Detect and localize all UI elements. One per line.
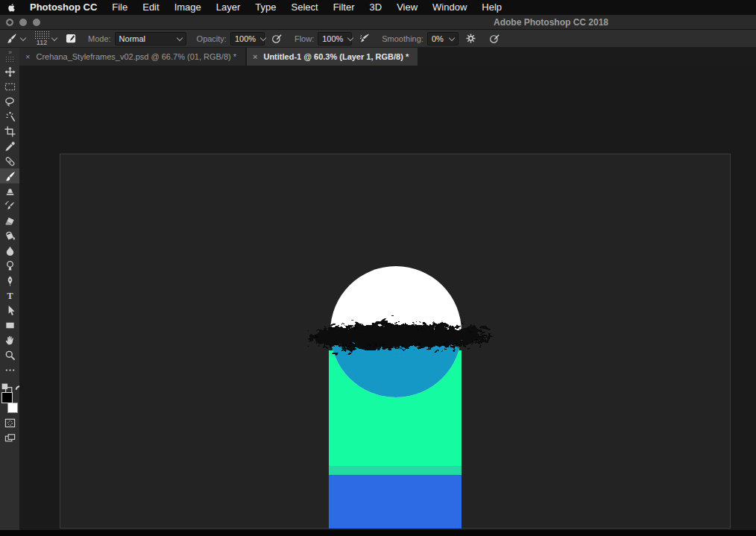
- paint-bucket-tool-icon[interactable]: [0, 228, 19, 243]
- flow-value: 100%: [322, 34, 343, 43]
- opacity-value: 100%: [235, 34, 256, 43]
- crop-tool-icon[interactable]: [0, 124, 19, 139]
- hand-tool-icon[interactable]: [0, 332, 19, 347]
- zoom-tool-icon[interactable]: [0, 347, 19, 362]
- eyedropper-tool-icon[interactable]: [0, 139, 19, 154]
- menu-filter[interactable]: Filter: [326, 0, 362, 15]
- grip-dots: [5, 56, 14, 62]
- move-tool-icon[interactable]: [0, 64, 19, 79]
- smoothing-value: 0%: [432, 34, 444, 43]
- pressure-opacity-icon[interactable]: [271, 32, 284, 45]
- menu-image[interactable]: Image: [167, 0, 209, 15]
- mode-value: Normal: [119, 34, 145, 43]
- airbrush-icon[interactable]: [358, 32, 371, 45]
- brush-icon: [4, 32, 18, 45]
- tools-panel: ›› T: [0, 48, 19, 536]
- menu-file[interactable]: File: [104, 0, 135, 15]
- healing-brush-tool-icon[interactable]: [0, 154, 19, 168]
- artwork-blue-rectangle: [329, 475, 462, 529]
- menu-edit[interactable]: Edit: [135, 0, 166, 15]
- collapse-chevron-icon: ››: [8, 50, 11, 54]
- menu-help[interactable]: Help: [474, 0, 509, 15]
- path-selection-tool-icon[interactable]: [0, 303, 19, 318]
- screen-bottom-strip: [0, 530, 756, 536]
- gear-icon[interactable]: [464, 32, 478, 45]
- brush-preset-picker[interactable]: 112: [25, 31, 57, 46]
- menu-items: Photoshop CCFileEditImageLayerTypeSelect…: [22, 0, 509, 15]
- smoothing-label: Smoothing:: [382, 34, 423, 43]
- options-bar: 112 Mode: Normal Opacity: 100% Flow: 100…: [0, 30, 756, 48]
- menu-window[interactable]: Window: [425, 0, 474, 15]
- menu-view[interactable]: View: [389, 0, 425, 15]
- window-title: Adobe Photoshop CC 2018: [494, 15, 608, 30]
- close-tab-icon[interactable]: ×: [253, 52, 257, 61]
- svg-text:T: T: [7, 290, 13, 300]
- menu-photoshop-cc[interactable]: Photoshop CC: [22, 0, 104, 15]
- flow-select[interactable]: 100%: [318, 32, 352, 45]
- menu-type[interactable]: Type: [248, 0, 283, 15]
- foreground-background-swatches[interactable]: [0, 392, 19, 414]
- mode-label: Mode:: [88, 34, 111, 43]
- screen-mode-icon[interactable]: [0, 432, 19, 444]
- canvas-pasteboard: [19, 66, 756, 531]
- opacity-select[interactable]: 100%: [230, 32, 265, 45]
- menu-layer[interactable]: Layer: [209, 0, 248, 15]
- history-brush-tool-icon[interactable]: [0, 198, 19, 213]
- zoom-button[interactable]: [33, 19, 40, 26]
- apple-logo-icon[interactable]: [0, 2, 22, 13]
- pen-tool-icon[interactable]: [0, 273, 19, 288]
- document-tab-untitled[interactable]: × Untitled-1 @ 60.3% (Layer 1, RGB/8) *: [247, 48, 418, 66]
- menu-3d[interactable]: 3D: [362, 0, 390, 15]
- lasso-tool-icon[interactable]: [0, 94, 19, 109]
- magic-wand-tool-icon[interactable]: [0, 109, 19, 124]
- close-button[interactable]: [6, 19, 13, 26]
- brush-preset-thumbnail: [34, 31, 49, 39]
- document-canvas[interactable]: [60, 154, 731, 529]
- tool-preset-picker[interactable]: [4, 32, 25, 45]
- brush-tool-icon[interactable]: [0, 168, 19, 183]
- tools-panel-header[interactable]: ››: [0, 48, 19, 64]
- ellipsis-icon[interactable]: [0, 362, 19, 377]
- eraser-tool-icon[interactable]: [0, 213, 19, 228]
- document-tab-label: Crehana_Styleframes_v02.psd @ 66.7% (01,…: [36, 52, 236, 61]
- macos-menu-bar: Photoshop CCFileEditImageLayerTypeSelect…: [0, 0, 756, 15]
- smoothing-select[interactable]: 0%: [427, 32, 459, 45]
- brush-size: 112: [37, 39, 47, 46]
- clone-stamp-tool-icon[interactable]: [0, 183, 19, 198]
- flow-label: Flow:: [294, 34, 314, 43]
- close-tab-icon[interactable]: ×: [25, 52, 30, 61]
- pressure-size-icon[interactable]: [488, 32, 502, 45]
- marquee-tool-icon[interactable]: [0, 79, 19, 94]
- mode-select[interactable]: Normal: [115, 32, 186, 45]
- tool-buttons: T: [0, 64, 19, 377]
- quick-mask-icon[interactable]: [0, 417, 19, 429]
- background-color-swatch[interactable]: [7, 403, 18, 413]
- brush-settings-panel-icon[interactable]: [64, 32, 78, 45]
- window-title-bar: Adobe Photoshop CC 2018: [0, 15, 756, 30]
- minimize-button[interactable]: [19, 19, 27, 26]
- opacity-label: Opacity:: [197, 34, 227, 43]
- rectangle-tool-icon[interactable]: [0, 318, 19, 332]
- dodge-tool-icon[interactable]: [0, 258, 19, 273]
- menu-select[interactable]: Select: [283, 0, 325, 15]
- foreground-color-swatch[interactable]: [1, 392, 13, 403]
- document-tab-crehana[interactable]: × Crehana_Styleframes_v02.psd @ 66.7% (0…: [19, 48, 245, 66]
- document-tab-label: Untitled-1 @ 60.3% (Layer 1, RGB/8) *: [263, 52, 409, 61]
- blur-tool-icon[interactable]: [0, 243, 19, 258]
- document-tab-bar: × Crehana_Styleframes_v02.psd @ 66.7% (0…: [19, 48, 756, 66]
- artwork-black-brush-stroke: [300, 305, 497, 369]
- type-tool-icon[interactable]: T: [0, 288, 19, 303]
